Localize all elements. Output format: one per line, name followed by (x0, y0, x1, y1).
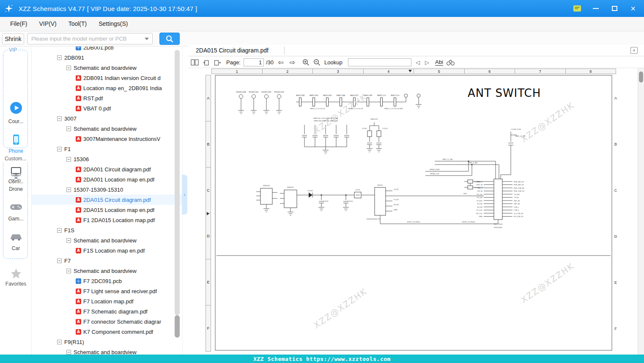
lookup-input[interactable] (348, 58, 411, 66)
collapse-toggle-icon[interactable] (66, 66, 71, 70)
search-icon (165, 35, 174, 43)
menu-item-3[interactable]: Settings(S) (93, 17, 134, 31)
tree-node[interactable]: 2DB091 (32, 52, 182, 63)
collapse-toggle-icon[interactable] (57, 258, 62, 263)
tree-file[interactable]: 2DB091 Indian version Circuit d (32, 73, 182, 83)
menu-item-1[interactable]: VIP(V) (33, 17, 62, 31)
course-video-icon[interactable] (0, 102, 32, 114)
ruler-column-label: 3 (313, 69, 364, 74)
tree-file[interactable]: F7 connector Schematic diagrar (32, 316, 182, 327)
tree-file[interactable]: VBAT 0.pdf (32, 103, 182, 113)
rotate-right-icon[interactable] (214, 57, 221, 68)
sidebar-item-course[interactable]: Cour... (0, 118, 32, 124)
connector-pin-label: PXB_CON_1R (514, 190, 524, 192)
component-reference-label: PB01103 (310, 94, 318, 96)
match-case-toggle[interactable]: Abi (435, 57, 443, 68)
tree-scrollbar-thumb[interactable] (175, 315, 180, 338)
close-all-tabs-icon[interactable]: × (630, 47, 638, 54)
component-reference-label: PB01106 (337, 94, 345, 96)
collapse-toggle-icon[interactable] (57, 228, 62, 233)
collapse-toggle-icon[interactable] (57, 340, 62, 344)
find-next-icon[interactable]: ▷ (425, 57, 429, 68)
sidebar-item-car[interactable]: Car (0, 245, 32, 251)
tree-file[interactable]: F1S Location map en.pdf (32, 245, 182, 256)
collapse-toggle-icon[interactable] (66, 269, 71, 273)
shrink-button[interactable]: Shrink (2, 33, 24, 44)
tree-node[interactable]: Schematic and boardview (32, 63, 182, 73)
tree-file[interactable]: 3007Maintenance InstructionsV (32, 134, 182, 144)
tree-scrollbar-track[interactable] (175, 50, 180, 315)
tree-file[interactable]: 2DA015 Circuit diagram.pdf (32, 195, 182, 205)
tree-file[interactable]: Location map en_ 2DB091 India (32, 83, 182, 93)
tree-node[interactable]: 15306 (32, 154, 182, 164)
vip-card-icon[interactable] (573, 4, 581, 13)
next-page-icon[interactable]: ⇨ (290, 57, 295, 68)
collapse-toggle-icon[interactable] (66, 350, 71, 355)
tree-file[interactable]: F7 2DC091.pcb (32, 276, 182, 286)
page-number-input[interactable] (244, 58, 264, 66)
tree-node[interactable]: F9(R11) (32, 337, 182, 347)
model-search-input[interactable] (31, 36, 145, 42)
tree-node[interactable]: Schematic and boardview (32, 124, 182, 134)
model-search-combobox[interactable] (27, 33, 153, 44)
menu-item-2[interactable]: Tool(T) (63, 17, 93, 31)
tree-file[interactable]: K7 Component comment.pdf (32, 327, 182, 337)
menu-item-0[interactable]: File(F) (4, 17, 33, 31)
tree-file[interactable]: F7 Location map.pdf (32, 296, 182, 306)
collapse-toggle-icon[interactable] (57, 147, 62, 151)
tree-node[interactable]: Schematic and boardview (32, 235, 182, 245)
tree-file[interactable]: 2DB001.pcb (32, 47, 182, 52)
collapse-toggle-icon[interactable] (66, 157, 71, 162)
tree-file[interactable]: F1 2DA015 Location map.pdf (32, 215, 182, 225)
drone-icon[interactable] (0, 171, 32, 184)
phone-icon[interactable] (0, 133, 32, 146)
favorites-star-icon[interactable] (0, 267, 32, 280)
tree-node[interactable]: 3007 (32, 113, 182, 124)
sidebar-item-phone[interactable]: Phone (0, 148, 32, 154)
collapse-toggle-icon[interactable] (66, 187, 71, 192)
lookup-label: Lookup (324, 57, 343, 68)
tree-node[interactable]: Schematic and boardview (32, 347, 182, 355)
pdf-viewport[interactable]: 12345678 ABCDEF (188, 68, 644, 355)
collapse-toggle-icon[interactable] (66, 238, 71, 243)
sidebar-item-favorites[interactable]: Favorites (0, 281, 32, 287)
pdf-scrollbar-thumb[interactable] (639, 72, 643, 82)
rotate-left-icon[interactable] (203, 57, 210, 68)
tab-active-document[interactable]: 2DA015 Circuit diagram.pdf (196, 45, 269, 56)
chevron-down-icon[interactable] (145, 38, 149, 40)
sidebar-item-games[interactable]: Gam... (0, 216, 32, 222)
tree-node[interactable]: F1S (32, 225, 182, 235)
minimize-button[interactable] (592, 4, 600, 13)
collapse-toggle-icon[interactable] (66, 126, 71, 131)
previous-page-icon[interactable]: ⇦ (278, 57, 283, 68)
find-previous-icon[interactable]: ◁ (416, 57, 420, 68)
pdf-page[interactable]: TRX1_PTRX1_MTX2_PTX2_MTX1_B1TX1_B3TX_B41… (215, 75, 612, 351)
tree-node[interactable]: 15307-15309-15310 (32, 184, 182, 195)
tree-item-label: RST.pdf (83, 95, 103, 102)
pdf-scrollbar-track[interactable] (638, 68, 644, 355)
zoom-out-icon[interactable] (313, 57, 321, 68)
sidebar-item-drone[interactable]: Drone (0, 186, 32, 192)
tree-file[interactable]: 2DA001 Circuit diagram.pdf (32, 164, 182, 174)
close-button[interactable]: × (629, 4, 637, 13)
tree-node[interactable]: F1 (32, 144, 182, 154)
zoom-in-icon[interactable] (302, 57, 310, 68)
maximize-button[interactable] (610, 4, 619, 13)
gamepad-icon[interactable] (0, 202, 32, 212)
tree-file[interactable]: 2DA001 Location map en.pdf (32, 174, 182, 184)
car-icon[interactable] (0, 232, 32, 241)
tree-file[interactable]: 2DA015 Location map en.pdf (32, 205, 182, 215)
panel-collapse-handle[interactable]: ‹ (182, 175, 187, 214)
collapse-toggle-icon[interactable] (57, 116, 62, 121)
collapse-toggle-icon[interactable] (57, 55, 62, 60)
tree-item-label: 15307-15309-15310 (74, 187, 123, 193)
tree-file[interactable]: RST.pdf (32, 93, 182, 103)
tree-file[interactable]: F7 Schematic diagram.pdf (32, 306, 182, 316)
binoculars-search-icon[interactable] (446, 57, 455, 68)
tree-node[interactable]: F7 (32, 256, 182, 266)
tree-node[interactable]: Schematic and boardview (32, 266, 182, 276)
component-reference-label: PA01104 (323, 94, 332, 96)
facing-pages-icon[interactable] (191, 57, 199, 68)
tree-file[interactable]: F7 Light sense and reciver.pdf (32, 286, 182, 296)
search-button[interactable] (159, 33, 180, 45)
